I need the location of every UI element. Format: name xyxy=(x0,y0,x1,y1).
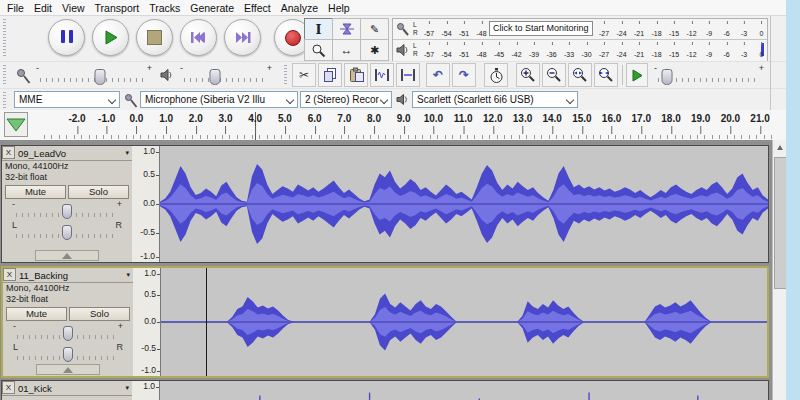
cut-button[interactable]: ✂ xyxy=(292,63,316,87)
collapse-arrow-icon xyxy=(62,253,72,259)
transport-toolbar-grip[interactable] xyxy=(3,19,6,58)
copy-button[interactable] xyxy=(318,63,342,87)
track-menu-arrow-icon: ▾ xyxy=(125,149,129,157)
timeline-ruler[interactable]: -2.0-1.00.01.02.03.04.05.06.07.08.09.010… xyxy=(0,110,786,141)
gain-minus-label: - xyxy=(13,322,16,331)
menu-item-generate[interactable]: Generate xyxy=(185,2,239,14)
pan-slider[interactable]: L R xyxy=(12,221,122,241)
multi-tool-button[interactable]: ✱ xyxy=(360,39,389,61)
pinned-playhead-button[interactable] xyxy=(4,112,28,137)
pan-thumb[interactable] xyxy=(62,225,72,240)
track-title-menu[interactable]: 01_Kick ▾ xyxy=(15,381,132,395)
vertical-scrollbar[interactable] xyxy=(772,140,786,400)
playback-volume-thumb[interactable] xyxy=(209,69,220,85)
track-title-menu[interactable]: 09_LeadVo ▾ xyxy=(15,146,132,160)
skip-to-start-button[interactable] xyxy=(180,19,217,56)
vertical-scale-ruler[interactable]: 1.0 xyxy=(132,381,160,400)
silence-audio-icon xyxy=(400,67,416,83)
pause-button[interactable] xyxy=(48,19,85,56)
recording-channels-select[interactable]: 2 (Stereo) Recor xyxy=(300,91,392,108)
zoom-out-button[interactable] xyxy=(542,63,566,87)
edit-toolbar-grip[interactable] xyxy=(284,65,287,86)
timeline-scale[interactable]: -2.0-1.00.01.02.03.04.05.06.07.08.09.010… xyxy=(30,110,786,140)
gain-thumb[interactable] xyxy=(62,204,72,219)
menu-item-edit[interactable]: Edit xyxy=(29,2,57,14)
menu-item-analyze[interactable]: Analyze xyxy=(276,2,323,14)
solo-button[interactable]: Solo xyxy=(68,185,129,199)
waveform-area[interactable] xyxy=(160,146,768,262)
playback-device-select[interactable]: Scarlett (Scarlett 6i6 USB) xyxy=(412,91,578,108)
meter-scale-label: -54 xyxy=(441,30,451,37)
device-toolbar-grip[interactable] xyxy=(3,92,6,108)
fit-project-button[interactable] xyxy=(594,63,618,87)
recording-volume-slider[interactable]: - + xyxy=(36,64,152,86)
track-title-row: X 09_LeadVo ▾ xyxy=(2,146,132,161)
menu-item-help[interactable]: Help xyxy=(323,2,355,14)
menu-item-file[interactable]: File xyxy=(2,2,29,14)
solo-button[interactable]: Solo xyxy=(69,307,130,321)
zoom-tool-button[interactable] xyxy=(304,39,333,61)
chevron-down-icon xyxy=(566,96,574,104)
zoom-tool-icon xyxy=(311,43,326,58)
mute-button[interactable]: Mute xyxy=(6,307,67,321)
menu-item-tracks[interactable]: Tracks xyxy=(144,2,185,14)
menu-item-effect[interactable]: Effect xyxy=(239,2,276,14)
pan-thumb[interactable] xyxy=(63,347,73,362)
selection-tool-button[interactable]: I xyxy=(304,18,333,40)
mute-button[interactable]: Mute xyxy=(5,185,66,199)
menu-item-view[interactable]: View xyxy=(57,2,90,14)
menu-item-transport[interactable]: Transport xyxy=(90,2,145,14)
vertical-scale-ruler[interactable]: 1.0 0.5 0.0 -0.5 -1.0 xyxy=(133,268,161,376)
track-name: 09_LeadVo xyxy=(18,148,66,159)
recording-meter[interactable]: L R -57-54-51-48-45-42-39-36-33-30-27-24… xyxy=(393,19,767,40)
scale-label: 0.5 xyxy=(144,290,156,299)
waveform[interactable] xyxy=(160,146,768,262)
play-at-speed-button[interactable] xyxy=(626,63,648,87)
meter-scale-label: -24 xyxy=(616,51,626,58)
recording-volume-thumb[interactable] xyxy=(94,69,105,85)
redo-button[interactable]: ↷ xyxy=(452,63,476,87)
play-speed-thumb[interactable] xyxy=(662,69,673,85)
close-track-button[interactable]: X xyxy=(3,268,16,281)
zoom-in-button[interactable] xyxy=(516,63,540,87)
mixer-toolbar-grip[interactable] xyxy=(3,65,6,86)
stop-button[interactable] xyxy=(136,19,173,56)
scroll-up-button[interactable] xyxy=(773,140,786,155)
undo-button[interactable]: ↶ xyxy=(426,63,450,87)
draw-tool-button[interactable]: ✎ xyxy=(360,18,389,40)
vertical-scale-ruler[interactable]: 1.0 0.5 0.0 -0.5 -1.0 xyxy=(132,146,160,262)
waveform-area[interactable] xyxy=(160,381,768,400)
recording-device-select[interactable]: Microphone (Siberia V2 Illu xyxy=(140,91,298,108)
paste-button[interactable] xyxy=(344,63,368,87)
collapse-track-button[interactable] xyxy=(35,250,99,261)
playback-meter[interactable]: L R -57-54-51-48-45-42-39-36-33-30-27-24… xyxy=(393,40,767,60)
skip-to-end-button[interactable] xyxy=(224,19,261,56)
play-button[interactable] xyxy=(92,19,129,56)
track-title-menu[interactable]: 11_Backing ▾ xyxy=(16,268,133,282)
copy-icon xyxy=(323,67,337,83)
audio-host-select[interactable]: MME xyxy=(14,91,120,108)
envelope-tool-button[interactable] xyxy=(332,18,361,40)
gain-thumb[interactable] xyxy=(63,326,73,341)
ruler-label: 17.0 xyxy=(632,113,651,124)
pan-slider[interactable]: L R xyxy=(13,343,123,363)
waveform[interactable] xyxy=(161,268,767,376)
waveform-area[interactable] xyxy=(161,268,767,376)
trim-audio-button[interactable] xyxy=(370,63,394,87)
scale-label: -1.0 xyxy=(140,252,155,261)
ruler-label: 11.0 xyxy=(454,113,473,124)
gain-slider[interactable]: - + xyxy=(12,200,122,220)
close-track-button[interactable]: X xyxy=(2,381,15,394)
close-track-button[interactable]: X xyxy=(2,146,15,159)
waveform[interactable] xyxy=(160,381,768,400)
collapse-track-button[interactable] xyxy=(36,364,100,375)
stopwatch-button[interactable] xyxy=(484,63,508,87)
silence-audio-button[interactable] xyxy=(396,63,420,87)
time-shift-tool-button[interactable]: ↔ xyxy=(332,39,361,61)
play-speed-slider[interactable]: - + xyxy=(654,64,764,86)
ruler-label: 18.0 xyxy=(661,113,680,124)
gain-slider[interactable]: - + xyxy=(13,322,123,342)
fit-selection-button[interactable] xyxy=(568,63,592,87)
playback-volume-slider[interactable]: - + xyxy=(180,64,272,86)
ruler-label: 19.0 xyxy=(691,113,710,124)
